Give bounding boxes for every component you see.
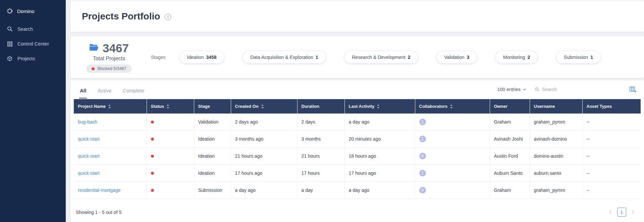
stage-pill-count: 2	[527, 55, 530, 60]
column-header[interactable]: Stage	[194, 99, 231, 114]
prev-page-icon[interactable]	[609, 210, 612, 214]
cell-owner: Austin Ford	[490, 148, 530, 165]
table-row: bug-bash Validation 2 days ago 2 days a …	[74, 114, 641, 131]
tab-label: All	[80, 88, 86, 93]
sidebar-item-label: Control Center	[17, 41, 49, 47]
cell-project-name: quick-start	[74, 165, 147, 182]
cell-duration: 3 months	[297, 131, 344, 148]
stages-label: Stages	[151, 55, 166, 60]
stage-pill[interactable]: Research & Development 2	[344, 51, 418, 63]
project-link[interactable]: bug-bash	[78, 119, 97, 125]
column-header-label: Username	[534, 104, 555, 109]
column-header[interactable]: Username	[530, 99, 582, 114]
collaborator-badge[interactable]: 0	[419, 153, 426, 159]
cell-project-name: residential-mortgage	[74, 182, 147, 199]
collaborator-badge[interactable]: 1	[419, 136, 426, 142]
cell-asset-types: --	[582, 182, 641, 199]
status-dot-icon	[151, 155, 154, 158]
blocked-dot-icon	[92, 67, 95, 70]
stage-pill-count: 1	[590, 55, 593, 60]
sort-icon	[450, 104, 453, 109]
collaborator-badge[interactable]: 0	[419, 187, 426, 194]
stage-pill-label: Validation	[444, 55, 464, 60]
entries-dropdown[interactable]: 100 entries	[497, 87, 526, 92]
cell-owner: Avinash Joshi	[490, 131, 530, 148]
project-link[interactable]: quick-start	[78, 136, 100, 142]
cell-status	[147, 182, 194, 199]
blocked-badge[interactable]: Blocked 5/3467	[87, 65, 131, 73]
cell-created-on: a day ago	[231, 182, 297, 199]
status-dot-icon	[151, 189, 154, 192]
sidebar-item-search[interactable]: Search	[0, 21, 66, 36]
stage-pill[interactable]: Ideation 3458	[180, 51, 224, 63]
tab[interactable]: All	[79, 88, 87, 98]
stage-pill[interactable]: Validation 3	[437, 51, 477, 63]
tab[interactable]: Active	[97, 88, 112, 98]
column-header-label: Stage	[198, 104, 210, 109]
column-header[interactable]: Duration	[297, 99, 344, 114]
stage-pill-count: 2	[408, 55, 411, 60]
cell-duration: 2 days	[297, 114, 344, 131]
column-header[interactable]: Created On	[231, 99, 297, 114]
info-icon[interactable]: i	[165, 14, 171, 20]
domino-logo-icon	[7, 7, 13, 15]
tab[interactable]: Complete	[122, 88, 145, 98]
column-header[interactable]: Collaborators	[415, 99, 490, 114]
tab-label: Complete	[123, 88, 144, 93]
collaborator-badge[interactable]: 1	[419, 119, 426, 125]
column-header[interactable]: Last Activity	[344, 99, 415, 114]
stats-bar: 3467 Total Projects Blocked 5/3467 Stage…	[70, 36, 644, 78]
cell-duration: 17 hours	[297, 165, 344, 182]
stage-pill[interactable]: Data Acquisition & Exploration 1	[243, 51, 325, 63]
project-link[interactable]: quick-start	[78, 170, 100, 176]
column-header[interactable]: Asset Types	[582, 99, 641, 114]
search-icon	[7, 26, 13, 32]
status-dot-icon	[151, 172, 154, 175]
column-header-label: Status	[151, 104, 164, 109]
cell-username: domino-austin	[530, 148, 582, 165]
stage-pill[interactable]: Submission 1	[556, 51, 600, 63]
stage-pill[interactable]: Monitoring 2	[496, 51, 537, 63]
cell-last-activity: a day ago	[344, 182, 415, 199]
stage-pill-label: Research & Development	[352, 55, 406, 60]
page-header: Projects Portfolio i	[70, 1, 644, 32]
project-link[interactable]: residential-mortgage	[78, 188, 121, 193]
cell-project-name: quick-start	[74, 131, 147, 148]
table-search	[535, 87, 619, 92]
cell-collaborators: 1	[415, 165, 490, 182]
total-projects-block: 3467 Total Projects Blocked 5/3467	[70, 42, 148, 73]
cell-project-name: quick-start	[74, 148, 147, 165]
cell-created-on: 21 hours ago	[231, 148, 297, 165]
column-header[interactable]: Status	[147, 99, 194, 114]
cell-username: auburn.santo	[530, 165, 582, 182]
cell-asset-types: --	[582, 114, 641, 131]
next-page-icon[interactable]	[632, 210, 635, 214]
stage-pill-label: Data Acquisition & Exploration	[250, 55, 313, 60]
project-link[interactable]: quick-start	[78, 153, 100, 159]
stage-pill-count: 3	[467, 55, 470, 60]
brand[interactable]: Domino	[0, 4, 66, 21]
tab-label: Active	[98, 88, 111, 93]
sort-icon	[108, 104, 111, 109]
cell-last-activity: 20 minutes ago	[344, 131, 415, 148]
cell-owner: Auburn Santo	[490, 165, 530, 182]
column-header-label: Duration	[302, 104, 319, 109]
cell-owner: Graham	[490, 114, 530, 131]
status-dot-icon	[151, 138, 154, 141]
column-header[interactable]: Project Name	[74, 99, 147, 114]
search-input[interactable]	[542, 87, 619, 92]
sidebar-item-control-center[interactable]: Control Center	[0, 36, 66, 51]
cell-stage: Ideation	[194, 148, 231, 165]
status-dot-icon	[151, 121, 154, 124]
sidebar: Domino Search Control Center Projects	[0, 0, 66, 222]
collaborator-badge[interactable]: 1	[419, 170, 426, 176]
table-footer: Showing 1 - 5 out of 5 1	[74, 199, 641, 217]
column-header-label: Owner	[494, 104, 507, 109]
column-header[interactable]: Owner	[490, 99, 530, 114]
sidebar-item-projects[interactable]: Projects	[0, 51, 66, 66]
page-number[interactable]: 1	[617, 208, 626, 217]
column-settings-icon[interactable]	[630, 86, 637, 93]
sort-icon	[377, 104, 380, 109]
blocked-label: Blocked 5/3467	[97, 66, 126, 71]
column-header-label: Created On	[235, 104, 259, 109]
